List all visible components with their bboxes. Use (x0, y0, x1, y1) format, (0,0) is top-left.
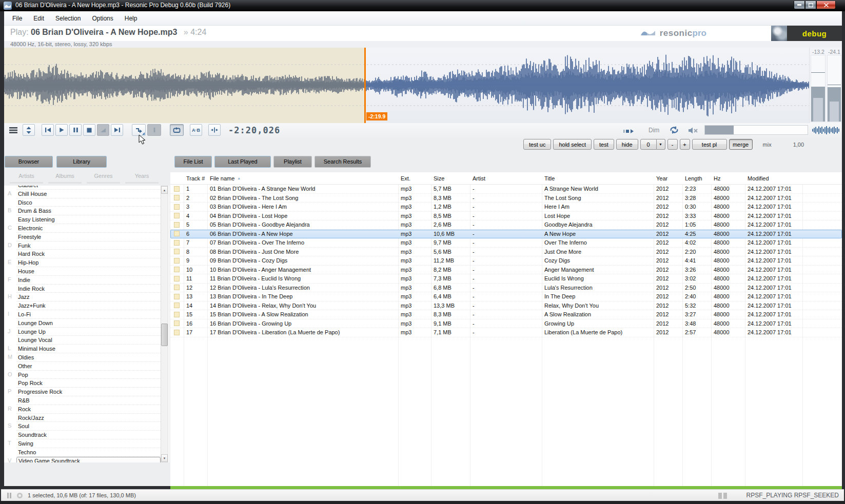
increment-button[interactable]: + (680, 139, 690, 150)
table-row[interactable]: 808 Brian D'Oliveira - Just One Moremp35… (170, 248, 842, 257)
column-header-size[interactable]: Size (431, 172, 470, 185)
mini-waveform-icon[interactable] (812, 126, 841, 136)
toolbar-button-hold-select[interactable]: hold select (553, 139, 592, 150)
genre-item[interactable]: Lounge Vocal (16, 336, 161, 345)
menu-item-edit[interactable]: Edit (28, 11, 50, 26)
genre-item[interactable]: Swing (16, 439, 161, 448)
genre-item[interactable]: Soundtrack (16, 431, 161, 439)
genre-item[interactable]: Cabaret (16, 186, 161, 190)
volume-slider[interactable] (704, 125, 808, 135)
playhead[interactable] (364, 48, 366, 123)
column-header-artist[interactable]: Artist (470, 172, 542, 185)
genre-item[interactable]: Pop Rock (16, 379, 161, 388)
table-row[interactable]: 1414 Brian D'Oliveira - Relax, Why Don't… (170, 301, 842, 311)
counter-dropdown[interactable]: ▼ (657, 139, 665, 150)
column-header-length[interactable]: Length (682, 172, 711, 185)
menu-item-file[interactable]: File (7, 11, 28, 26)
table-row[interactable]: 1313 Brian D'Oliveira - In The Deepmp36,… (170, 292, 842, 301)
mute-icon[interactable] (689, 127, 698, 136)
column-header-file-name[interactable]: File name▲ (207, 172, 398, 185)
table-row[interactable]: 606 Brian D'Oliveira - A New Hopemp310,6… (170, 230, 842, 239)
column-header-title[interactable]: Title (542, 172, 654, 185)
close-button[interactable] (816, 1, 836, 9)
table-row[interactable]: 303 Brian D'Oliveira - Here I Ammp31,2 M… (170, 203, 842, 212)
genre-scrollbar[interactable]: ▲ ▼ (161, 186, 168, 462)
counter-value-button[interactable]: 0 (640, 139, 657, 150)
column-header-modified[interactable]: Modified (745, 172, 802, 185)
subtab-genres[interactable]: Genres (84, 171, 123, 184)
tab-playlist[interactable]: Playlist (273, 156, 312, 168)
waveform[interactable] (4, 48, 809, 123)
table-row[interactable]: 505 Brian D'Oliveira - Goodbye Alejandra… (170, 220, 842, 230)
table-row[interactable]: 1717 Brian D'Oliveira - Liberation (La M… (170, 328, 842, 337)
column-header-track-#[interactable]: Track # (184, 172, 207, 185)
artwork-thumbnail[interactable] (771, 26, 787, 41)
genre-item[interactable]: Jazz (16, 293, 161, 301)
merge-button[interactable]: merge (729, 139, 753, 150)
genre-item[interactable]: Indie Rock (16, 285, 161, 293)
column-header-year[interactable]: Year (654, 172, 682, 185)
minimize-button[interactable] (794, 1, 805, 9)
playback-mode-icon[interactable] (623, 127, 634, 136)
genre-item[interactable]: Indie (16, 276, 161, 285)
maximize-button[interactable] (805, 1, 816, 9)
menu-item-help[interactable]: Help (119, 11, 143, 26)
genre-item[interactable]: Progressive Rock (16, 388, 161, 396)
genre-item[interactable]: Disco (16, 198, 161, 207)
genre-item[interactable]: Drum & Bass (16, 207, 161, 215)
tab-library[interactable]: Library (56, 156, 107, 168)
waveform-area[interactable]: -2:19.9 -13.2 -24.1 (4, 48, 842, 123)
genre-item[interactable]: Lounge Up (16, 328, 161, 336)
table-row[interactable]: 202 Brian D'Oliveira - The Lost Songmp38… (170, 194, 842, 203)
dim-toggle[interactable]: Dim (649, 127, 659, 134)
menu-item-selection[interactable]: Selection (50, 11, 86, 26)
table-row[interactable]: 1616 Brian D'Oliveira - Growing Upmp39,1… (170, 319, 842, 329)
test-pl-button[interactable]: test pl (692, 139, 727, 150)
toolbar-button-hide[interactable]: hide (616, 139, 638, 150)
table-row[interactable]: 101 Brian D'Oliveira - A Strange New Wor… (170, 185, 842, 194)
genre-item[interactable]: Chill House (16, 190, 161, 198)
genre-item[interactable]: Oldies (16, 353, 161, 362)
genre-item[interactable]: House (16, 267, 161, 276)
genre-item[interactable]: Jazz+Funk (16, 301, 161, 310)
table-row[interactable]: 404 Brian D'Oliveira - Lost Hopemp38,5 M… (170, 212, 842, 221)
genre-item[interactable]: Hip-Hop (16, 258, 161, 267)
subtab-artists[interactable]: Artists (7, 171, 46, 184)
tab-file-list[interactable]: File List (174, 156, 212, 168)
table-row[interactable]: 1010 Brian D'Oliveira - Anger Management… (170, 266, 842, 275)
genre-item[interactable]: Rock (16, 405, 161, 414)
genre-item[interactable]: Easy Listening (16, 215, 161, 224)
refresh-icon[interactable] (670, 126, 679, 136)
table-row[interactable]: 909 Brian D'Oliveira - Cozy Digsmp311,2 … (170, 256, 842, 266)
decrement-button[interactable]: - (667, 139, 678, 150)
subtab-albums[interactable]: Albums (46, 171, 84, 184)
genre-item[interactable]: Rock/Jazz (16, 414, 161, 422)
tab-last-played[interactable]: Last Played (214, 156, 271, 168)
genre-item[interactable]: Funk (16, 241, 161, 250)
genre-item[interactable]: Minimal House (16, 345, 161, 353)
subtab-years[interactable]: Years (123, 171, 161, 184)
genre-item[interactable]: Hard Rock (16, 250, 161, 258)
genre-item[interactable]: Freestyle (16, 233, 161, 241)
genre-item[interactable]: Pop (16, 371, 161, 379)
toolbar-button-test[interactable]: test (594, 139, 614, 150)
genre-item[interactable]: Soul (16, 422, 161, 431)
tab-browser[interactable]: Browser (5, 156, 53, 168)
scrollbar-thumb[interactable] (161, 324, 168, 346)
genre-item[interactable]: Techno (16, 448, 161, 457)
column-header-hz[interactable]: Hz (711, 172, 745, 185)
table-row[interactable]: 707 Brian D'Oliveira - Over The Infernom… (170, 238, 842, 248)
column-header-ext-[interactable]: Ext. (398, 172, 431, 185)
genre-item[interactable]: R&B (16, 396, 161, 405)
table-row[interactable]: 1111 Brian D'Oliveira - Euclid Is Wrongm… (170, 274, 842, 284)
table-row[interactable]: 1212 Brian D'Oliveira - Lula's Resurrect… (170, 284, 842, 293)
toolbar-button-test-uc[interactable]: test uc (523, 139, 551, 150)
column-header-icon[interactable] (170, 172, 184, 185)
genre-item[interactable]: Lounge Down (16, 319, 161, 328)
scroll-up-arrow[interactable]: ▲ (161, 186, 168, 194)
genre-item[interactable]: Electronic (16, 224, 161, 233)
genre-item[interactable]: Video Game Soundtrack (16, 457, 161, 462)
genre-item[interactable]: Other (16, 362, 161, 371)
genre-item[interactable]: Lo-Fi (16, 310, 161, 319)
table-row[interactable]: 1515 Brian D'Oliveira - A Slow Realizati… (170, 310, 842, 319)
